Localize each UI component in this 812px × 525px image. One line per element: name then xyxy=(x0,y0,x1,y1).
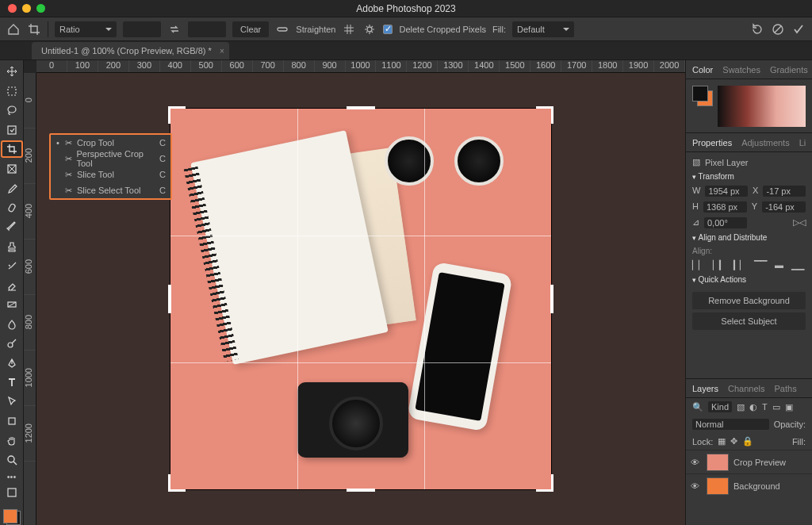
ratio-mode-select[interactable]: Ratio xyxy=(55,21,117,37)
layer-name[interactable]: Background xyxy=(733,481,807,491)
ratio-height-input[interactable] xyxy=(188,21,226,37)
flip-h-icon[interactable]: ▷◁ xyxy=(793,217,806,228)
select-subject-button[interactable]: Select Subject xyxy=(692,312,806,330)
layer-row[interactable]: 👁 Crop Preview xyxy=(686,450,812,473)
layer-thumbnail[interactable] xyxy=(707,477,729,495)
blur-tool[interactable] xyxy=(2,316,22,331)
crop-tool[interactable] xyxy=(2,141,22,157)
document-tab[interactable]: Untitled-1 @ 100% (Crop Preview, RGB/8) … xyxy=(32,42,229,59)
transform-section[interactable]: Transform xyxy=(692,172,806,181)
overlay-grid-icon[interactable] xyxy=(342,22,356,36)
move-tool[interactable] xyxy=(2,63,22,79)
crop-handle-l[interactable] xyxy=(168,285,171,313)
lasso-tool[interactable] xyxy=(2,102,22,118)
flyout-item[interactable]: • ✂ Crop Tool C xyxy=(51,135,170,151)
fill-select[interactable]: Default xyxy=(512,21,574,37)
filter-pixel-icon[interactable]: ▧ xyxy=(737,402,745,412)
visibility-icon[interactable]: 👁 xyxy=(691,458,702,467)
tab-layers[interactable]: Layers xyxy=(692,384,718,393)
cancel-icon[interactable] xyxy=(771,22,785,36)
lock-pixels-icon[interactable]: ▦ xyxy=(718,436,726,446)
gear-icon[interactable] xyxy=(362,22,377,36)
crop-handle-t[interactable] xyxy=(347,106,375,109)
tab-properties[interactable]: Properties xyxy=(692,138,732,148)
align-hcenter-icon[interactable]: ▏▎ xyxy=(713,260,726,270)
flyout-item[interactable]: ✂ Perspective Crop Tool C xyxy=(51,151,170,167)
layer-row[interactable]: 👁 Background xyxy=(686,473,812,497)
align-top-icon[interactable]: ▔▔ xyxy=(754,260,767,270)
crop-handle-r[interactable] xyxy=(550,285,553,313)
y-field[interactable]: -164 px xyxy=(762,201,806,213)
filter-shape-icon[interactable]: ▭ xyxy=(772,402,780,412)
zoom-tool[interactable] xyxy=(2,452,22,468)
remove-background-button[interactable]: Remove Background xyxy=(692,292,806,309)
shape-tool[interactable] xyxy=(2,413,22,429)
eraser-tool[interactable] xyxy=(2,277,22,293)
pen-tool[interactable] xyxy=(2,354,22,370)
filter-icon[interactable]: 🔍 xyxy=(692,402,703,412)
quick-actions-section[interactable]: Quick Actions xyxy=(692,275,806,284)
color-ramp[interactable] xyxy=(718,86,806,127)
tab-color[interactable]: Color xyxy=(692,65,713,75)
commit-icon[interactable] xyxy=(791,22,806,36)
crop-handle-b[interactable] xyxy=(347,489,375,492)
home-icon[interactable] xyxy=(6,22,21,36)
stamp-tool[interactable] xyxy=(2,238,22,254)
selection-tool[interactable] xyxy=(2,121,22,137)
align-left-icon[interactable]: ▏▏ xyxy=(692,260,705,270)
width-field[interactable]: 1954 px xyxy=(705,186,748,197)
tab-libraries[interactable]: Libraries xyxy=(799,138,806,148)
ratio-width-input[interactable] xyxy=(123,21,161,37)
angle-field[interactable]: 0,00° xyxy=(704,217,747,228)
crop-handle-br[interactable] xyxy=(536,474,553,492)
align-right-icon[interactable]: ▎▏ xyxy=(733,260,746,270)
crop-handle-bl[interactable] xyxy=(168,474,186,492)
history-brush-tool[interactable] xyxy=(2,258,22,274)
crop-handle-tl[interactable] xyxy=(168,106,186,124)
filter-kind-select[interactable]: Kind xyxy=(708,401,732,412)
path-select-tool[interactable] xyxy=(2,393,22,409)
layer-thumbnail[interactable] xyxy=(707,454,729,471)
eyedropper-tool[interactable] xyxy=(2,180,22,196)
x-field[interactable]: -17 px xyxy=(763,186,806,197)
tab-channels[interactable]: Channels xyxy=(728,384,764,393)
flyout-item[interactable]: ✂ Slice Tool C xyxy=(51,167,170,182)
brush-tool[interactable] xyxy=(2,219,22,235)
align-section[interactable]: Align and Distribute xyxy=(692,233,806,242)
blend-mode-select[interactable]: Normal xyxy=(692,419,769,430)
document-image[interactable] xyxy=(170,109,551,489)
swap-icon[interactable] xyxy=(167,22,182,36)
tab-adjustments[interactable]: Adjustments xyxy=(741,138,790,148)
crop-handle-tr[interactable] xyxy=(536,106,553,124)
close-tab-icon[interactable]: × xyxy=(220,47,224,56)
tab-gradients[interactable]: Gradients xyxy=(770,65,808,75)
edit-toolbar-icon[interactable] xyxy=(2,485,22,500)
heal-tool[interactable] xyxy=(2,199,22,215)
tab-swatches[interactable]: Swatches xyxy=(722,65,760,75)
type-tool[interactable] xyxy=(2,374,22,390)
dodge-tool[interactable] xyxy=(2,335,22,351)
lock-position-icon[interactable]: ✥ xyxy=(730,436,737,446)
align-vcenter-icon[interactable]: ▬ xyxy=(775,260,783,270)
visibility-icon[interactable]: 👁 xyxy=(691,481,702,491)
height-field[interactable]: 1368 px xyxy=(703,201,747,213)
fg-bg-mini-swatch[interactable] xyxy=(692,86,713,106)
frame-tool[interactable] xyxy=(2,160,22,176)
more-tools-icon[interactable]: ••• xyxy=(2,471,22,481)
align-bottom-icon[interactable]: ▁▁ xyxy=(791,260,804,270)
layer-name[interactable]: Crop Preview xyxy=(733,458,807,467)
lock-all-icon[interactable]: 🔒 xyxy=(742,436,753,446)
filter-type-icon[interactable]: T xyxy=(762,402,768,412)
gradient-tool[interactable] xyxy=(2,297,22,312)
marquee-tool[interactable] xyxy=(2,82,22,98)
hand-tool[interactable] xyxy=(2,432,22,448)
filter-smart-icon[interactable]: ▣ xyxy=(785,402,793,412)
clear-button[interactable]: Clear xyxy=(232,21,269,37)
delete-cropped-checkbox[interactable]: ✓ xyxy=(383,25,393,34)
tab-paths[interactable]: Paths xyxy=(775,384,797,393)
fg-bg-swatch[interactable] xyxy=(3,509,21,525)
reset-icon[interactable] xyxy=(750,22,764,36)
level-icon[interactable] xyxy=(275,22,289,36)
filter-adjust-icon[interactable]: ◐ xyxy=(749,402,757,412)
flyout-item[interactable]: ✂ Slice Select Tool C xyxy=(51,182,170,198)
